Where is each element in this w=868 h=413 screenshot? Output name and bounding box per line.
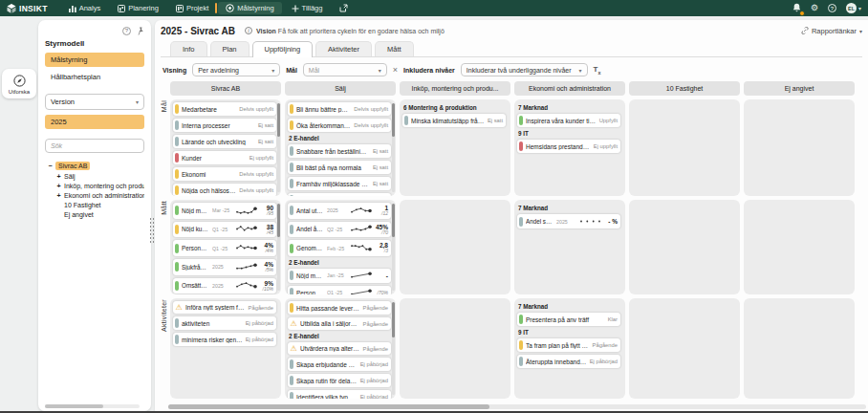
measure-card[interactable]: Andel som ...2025- % [517, 214, 620, 228]
sidebar-search-input[interactable]: Sök [45, 139, 144, 153]
sparkline-chart [235, 280, 258, 291]
settings-button[interactable]: ⚙ [811, 4, 818, 12]
tree-item[interactable]: Ej angivet [45, 209, 144, 219]
measure-card[interactable]: Sjukfrånva...20254%/5% [173, 259, 276, 275]
measure-card[interactable]: Personalo...Q1 -25/70% [288, 286, 391, 294]
expand-icon[interactable]: + [55, 192, 62, 199]
nav-malstyrning[interactable]: Målstyrning [218, 2, 281, 14]
column-header[interactable]: 10 Fastighet [629, 81, 740, 96]
goal-card[interactable]: MedarbetareDelvis uppfyllt [173, 102, 276, 116]
column-header[interactable]: Sälj [285, 81, 396, 96]
visning-select[interactable]: Per avdelning▾ [192, 63, 280, 76]
goal-card[interactable]: Framhäv miljöklassade prod...Ej satt [288, 177, 391, 190]
activity-card[interactable]: Ta fram plan på flytt av n...Pågående [517, 338, 620, 352]
tab-aktiviteter[interactable]: Aktiviteter [315, 41, 372, 56]
version-select[interactable]: Version ▾ [45, 94, 144, 110]
tree-item[interactable]: +Ekonomi och administration [45, 190, 144, 200]
tree-item[interactable]: 10 Fastighet [45, 200, 144, 209]
goal-card[interactable]: Snabb leverans om och näl...Ej satt [288, 193, 391, 196]
measure-card[interactable]: Nöjd med...Jan -25- [288, 269, 391, 283]
goal-card[interactable]: Interna processerEj satt [173, 119, 276, 132]
board-horizontal-scrollbar[interactable] [168, 404, 866, 409]
measure-card[interactable]: Omsättnin...20259%/10% [173, 278, 276, 294]
report-links-button[interactable]: Rapportlänkar ▾ [801, 27, 862, 35]
goal-card[interactable]: EkonomiDelvis uppfyllt [173, 167, 276, 181]
nav-tillagg[interactable]: Tillägg [284, 2, 331, 14]
splitter-handle[interactable] [149, 217, 155, 244]
sparkline-chart [350, 243, 373, 253]
tree-item[interactable]: −Sivrac AB [45, 160, 144, 171]
activity-card[interactable]: ⚠Utvärdera nya alternativ...Pågående [288, 342, 391, 355]
vision-label: Vision [256, 28, 276, 34]
measure-card[interactable]: Personalo...Q1 -254%/4% [173, 240, 276, 256]
measure-card[interactable]: Antal utbil...20251/12 [288, 203, 391, 219]
goal-card[interactable]: Minska klimatutsläpp från fa...Ej satt [402, 114, 506, 127]
model-item-malstyrning[interactable]: Målstyrning [45, 53, 144, 67]
app-logo[interactable]: INSIKT [7, 4, 48, 13]
activity-card[interactable]: Skapa erbjudande om t...Ej påbörjad [288, 358, 391, 371]
status-color-bar [175, 244, 179, 253]
tree-item[interactable]: +Sälj [45, 171, 144, 181]
cell-vertical-scrollbar[interactable] [392, 302, 395, 395]
version-value-item[interactable]: 2025 [45, 115, 144, 129]
goal-card[interactable]: Bli bäst på nya normalaEj satt [288, 161, 391, 174]
pin-icon[interactable] [137, 27, 144, 35]
card-title: Interna processer [182, 122, 255, 129]
activity-card[interactable]: Återuppta innebandysp...Ej påbörjad [517, 355, 620, 368]
goal-card[interactable]: Hemsidans prestanda sk...Ej uppfyllt [517, 140, 620, 153]
mal-select[interactable]: Mål▾ [303, 63, 387, 76]
expand-icon[interactable]: + [55, 183, 62, 189]
explore-tab[interactable]: Utforska [2, 69, 36, 98]
column-header[interactable]: Sivrac AB [170, 81, 281, 96]
sidebar-horizontal-scrollbar[interactable] [45, 404, 140, 408]
goal-card[interactable]: Snabbare från beställning ti...Ej satt [288, 144, 391, 158]
goal-card[interactable]: Inspirera våra kunder till a...Uppfyllt [517, 114, 620, 127]
cell-vertical-scrollbar[interactable] [277, 204, 280, 291]
tab-plan[interactable]: Plan [210, 41, 250, 56]
activity-card[interactable]: Presentera på anv träffKlar [517, 313, 620, 326]
sidebar-help-button[interactable]: ? [122, 27, 131, 35]
measure-card[interactable]: Nöjd med...Mar -2590/95 [173, 203, 276, 219]
cell-vertical-scrollbar[interactable] [277, 103, 280, 192]
activity-card[interactable]: aktivitetenEj påbörjad [173, 316, 276, 330]
collapse-icon[interactable]: − [47, 163, 54, 169]
tab-matt[interactable]: Mått [375, 41, 414, 56]
activity-card[interactable]: ⚠Utbilda alla i säljorganisa...Pågående [288, 317, 391, 330]
goal-card[interactable]: Bli ännu bättre på ku...Delvis uppfyllt [288, 102, 391, 116]
column-header[interactable]: Ej angivet [744, 81, 855, 96]
goal-card[interactable]: KunderEj uppfyllt [173, 151, 276, 164]
nav-projekt[interactable]: Projekt [168, 2, 216, 14]
expand-icon[interactable]: + [55, 173, 62, 180]
tab-info[interactable]: Info [170, 41, 207, 56]
activity-card[interactable]: Skapa rutin för delade d...Ej påbörjad [288, 374, 391, 387]
cell-vertical-scrollbar[interactable] [392, 103, 395, 192]
goal-card[interactable]: Lärande och utvecklingEj satt [173, 135, 276, 148]
activity-card[interactable]: Hitta passande leverant...Pågående [288, 301, 391, 315]
status-color-bar [290, 392, 293, 399]
measure-card[interactable]: Genomsni...Feb -252,8/3 [288, 240, 391, 256]
board-cell: 6 Montering & produktionMinska klimatuts… [400, 99, 510, 196]
clear-filter-icon[interactable]: × [393, 66, 398, 75]
measure-card[interactable]: Nöjd kundi...Q1 -2538/45 [173, 222, 276, 238]
goal-card[interactable]: Nöjda och hälsosam...Delvis uppfyllt [173, 184, 276, 196]
nav-analys[interactable]: Analys [61, 2, 109, 14]
cell-vertical-scrollbar[interactable] [392, 204, 395, 291]
notifications-button[interactable] [792, 3, 801, 14]
measure-current-value: - [376, 272, 388, 279]
nav-planering[interactable]: Planering [110, 2, 166, 14]
tab-uppfoljning[interactable]: Uppföljning [252, 41, 314, 57]
help-button[interactable]: ? [828, 4, 836, 12]
model-item-hallbarhetsplan[interactable]: Hållbarhetsplan [45, 70, 144, 84]
open-new-window-button[interactable] [332, 2, 356, 14]
user-menu[interactable]: EL ▾ [846, 3, 861, 13]
column-header[interactable]: Ekonomi och administration [514, 81, 625, 96]
activity-card[interactable]: ⚠Införa nytt system för me...Pågående [173, 301, 276, 314]
levels-select[interactable]: Inkluderar två underliggande nivåer▾ [461, 63, 588, 76]
activity-card[interactable]: minimera risker genom ...Ej påbörjad [173, 333, 276, 346]
column-header[interactable]: Inköp, montering och produ... [400, 81, 510, 96]
tree-item[interactable]: +Inköp, montering och produktion [45, 181, 144, 190]
measure-card[interactable]: Andel åter...Q2 -2545%/70 [288, 222, 391, 238]
activity-card[interactable]: Identifiera vilka typer...Ej påbörjad [288, 390, 391, 399]
clear-all-filters-icon[interactable]: Tx [594, 65, 601, 76]
goal-card[interactable]: Öka återkommande k...Delvis uppfyllt [288, 119, 391, 132]
